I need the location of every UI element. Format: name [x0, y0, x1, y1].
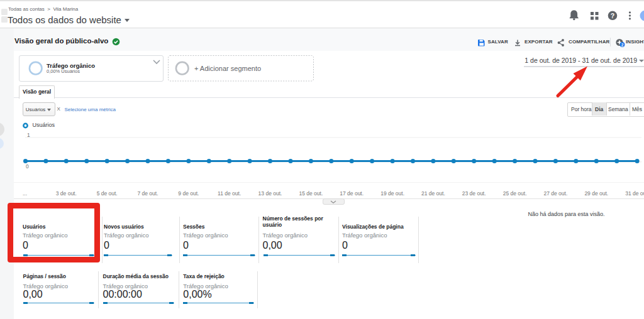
svg-text:?: ? — [611, 12, 614, 19]
svg-text:2: 2 — [621, 42, 624, 46]
